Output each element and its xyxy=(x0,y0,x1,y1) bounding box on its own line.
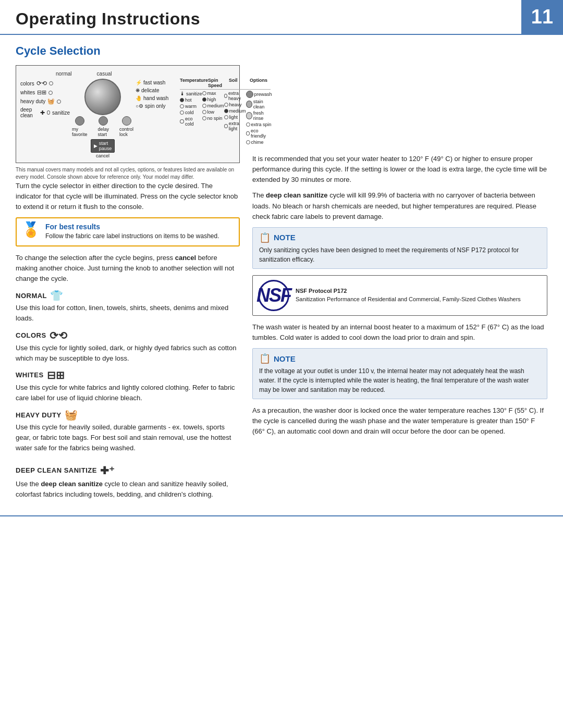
heavy-label: HEAVY DUTY xyxy=(16,411,62,419)
panel-controls-area: Temperature Spin Speed Soil Options 🌡san… xyxy=(177,78,271,145)
panel-label-normal: normal xyxy=(56,71,72,77)
note-box-2: 📋 NOTE If the voltage at your outlet is … xyxy=(252,348,547,399)
deep-cycle-icon: ✚ xyxy=(40,109,45,116)
whites-text: Use this cycle for white fabrics and lig… xyxy=(16,382,240,403)
whites-label: WHITES xyxy=(16,371,44,379)
temp-col-header: Temperature xyxy=(180,78,208,88)
heavy-icon: 🧺 xyxy=(65,409,78,421)
panel-left-labels: colors ⟳⟲ whites ⊟⊞ heavy duty 🧺 xyxy=(20,78,70,118)
cycle-colors-heading: COLORS ⟳⟲ xyxy=(16,329,240,342)
page-number: 11 xyxy=(521,0,563,34)
intro-text: Turn the cycle selector in either direct… xyxy=(16,181,240,212)
note1-icon: 📋 xyxy=(259,232,271,243)
panel-bottom-controls: myfavorite delaystart controllock xyxy=(72,116,133,137)
panel-item-delicate: ❋delicate xyxy=(136,88,175,93)
cycle-normal-heading: NORMAL 👕 xyxy=(16,289,240,302)
cycle-selector-knob[interactable] xyxy=(84,79,121,115)
booster-text: The wash water is heated by an internal … xyxy=(252,322,547,343)
panel-item-fast: ⚡fast wash xyxy=(136,80,175,85)
spin-col-header: Spin Speed xyxy=(208,78,229,88)
cycle-whites-heading: WHITES ⊟⊞ xyxy=(16,369,240,381)
nsf-logo: NSF xyxy=(258,280,289,311)
note2-label: NOTE xyxy=(274,354,296,363)
panel-item-whites: whites ⊟⊞ xyxy=(20,89,70,96)
cycle-heavy-heading: HEAVY DUTY 🧺 xyxy=(16,409,240,421)
panel-controls-header: Temperature Spin Speed Soil Options xyxy=(180,78,271,90)
panel-item-spin: ○⚙spin only xyxy=(136,103,175,109)
left-column: Cycle Selection normal casual colors ⟳⟲ … xyxy=(16,44,240,505)
cancel-label: cancel xyxy=(96,153,109,158)
note1-text: Only sanitizing cycles have been designe… xyxy=(259,245,541,264)
best-results-icon: 🏅 xyxy=(22,223,40,237)
normal-text: Use this load for cotton, linen, towels,… xyxy=(16,303,240,324)
normal-icon: 👕 xyxy=(50,289,64,302)
control-lock-btn[interactable] xyxy=(122,116,131,126)
panel-item-deep: deep clean ✚ sanitize xyxy=(20,107,70,118)
control-panel-diagram: normal casual colors ⟳⟲ whites ⊟⊞ xyxy=(16,65,240,163)
panel-caption: This manual covers many models and not a… xyxy=(16,166,240,181)
heavy-cycle-icon: 🧺 xyxy=(47,98,55,105)
options-col-header: Options xyxy=(250,78,271,88)
colors-cycle-icon: ⟳⟲ xyxy=(36,80,47,87)
cycle-deep-heading: DEEP CLEAN SANITIZE ✚⁺ xyxy=(16,464,115,477)
panel-item-colors: colors ⟳⟲ xyxy=(20,80,70,87)
panel-label-casual: casual xyxy=(97,71,112,77)
colors-icon: ⟳⟲ xyxy=(50,329,68,342)
closing-text: As a precaution, the washer door is lock… xyxy=(252,405,547,437)
nsf-box: NSF NSF Protocol P172 Sanitization Perfo… xyxy=(252,275,547,316)
deep-clean-body-text: The deep clean sanitize cycle will kill … xyxy=(252,190,547,221)
note-box-1: 📋 NOTE Only sanitizing cycles have been … xyxy=(252,227,547,269)
deep-icon: ✚⁺ xyxy=(100,464,115,477)
colors-label: COLORS xyxy=(16,331,46,339)
panel-item-heavy: heavy duty 🧺 xyxy=(20,98,70,105)
deep-text: Use the deep clean sanitize cycle to cle… xyxy=(16,479,240,500)
colors-text: Use this cycle for lightly soiled, dark,… xyxy=(16,343,240,364)
main-content: Cycle Selection normal casual colors ⟳⟲ … xyxy=(0,44,563,505)
whites-cycle-icon: ⊟⊞ xyxy=(37,89,46,96)
best-results-box: 🏅 For best results Follow the fabric car… xyxy=(16,217,240,246)
nsf-description: Sanitization Performance of Residential … xyxy=(296,295,521,304)
my-favorite-btn[interactable] xyxy=(75,116,84,126)
panel-item-handwash: 🤚hand wash xyxy=(136,95,175,101)
page-title: Operating Instructions xyxy=(16,9,200,28)
panel-controls-rows: 🌡sanitize hot warm cold eco cold max hig… xyxy=(180,91,271,145)
deep-label: DEEP CLEAN SANITIZE xyxy=(16,466,97,474)
best-results-text: Follow the fabric care label instruction… xyxy=(45,232,219,241)
start-pause-btn[interactable]: ▶ startpause xyxy=(91,139,115,153)
page-header: Operating Instructions 11 xyxy=(0,0,563,35)
best-results-title: For best results xyxy=(45,223,219,231)
nsf-protocol: NSF Protocol P172 xyxy=(296,288,521,294)
section-title: Cycle Selection xyxy=(16,44,240,60)
soil-col-header: Soil xyxy=(229,78,250,88)
header-title-area: Operating Instructions xyxy=(0,0,521,34)
heavy-text: Use this cycle for heavily soiled, durab… xyxy=(16,422,240,453)
note1-label: NOTE xyxy=(274,233,296,242)
right-column: It is recommended that you set your wate… xyxy=(252,44,547,505)
right-intro-text: It is recommended that you set your wate… xyxy=(252,154,547,185)
panel-right-labels: ⚡fast wash ❋delicate 🤚hand wash ○⚙spin o… xyxy=(136,78,175,109)
bottom-divider xyxy=(0,515,563,516)
change-text: To change the selection after the cycle … xyxy=(16,253,240,284)
delay-start-btn[interactable] xyxy=(99,116,108,126)
note2-text: If the voltage at your outlet is under 1… xyxy=(259,366,541,394)
deep-clean-heading-wrapper: DEEP CLEAN SANITIZE ✚⁺ xyxy=(16,459,240,478)
note2-icon: 📋 xyxy=(259,353,271,364)
whites-icon: ⊟⊞ xyxy=(47,369,65,381)
normal-label: NORMAL xyxy=(16,292,47,300)
